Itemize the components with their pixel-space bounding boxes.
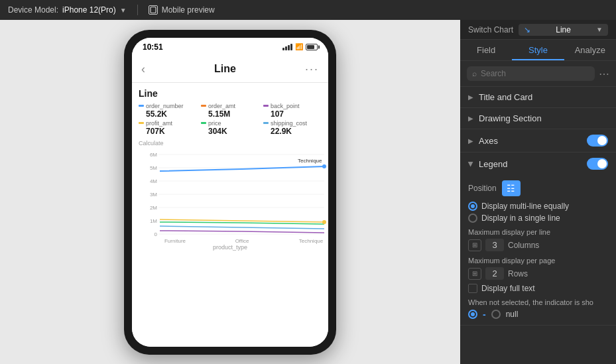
legend-settings: Position ☷ Display multi-line equally Di… (460, 175, 616, 326)
max-per-line-value[interactable]: 3 (485, 239, 504, 251)
legend-section-header[interactable]: ▶ Legend (460, 152, 616, 175)
mobile-icon (149, 5, 158, 15)
metrics-legend: order_number 55.2K order_amt 5.15M (139, 103, 322, 136)
divider (137, 5, 138, 15)
indicator-dash: - (483, 309, 486, 320)
svg-text:5M: 5M (150, 165, 157, 171)
chart-type-chevron: ▼ (596, 26, 603, 33)
status-icons: 📶 (282, 43, 318, 50)
max-per-line-unit: Columns (508, 241, 539, 250)
max-per-page-icon: ⊞ (468, 268, 481, 280)
line-chart: 6M 5M 4M 3M 2M 1M 0 (139, 148, 322, 241)
top-bar: Device Model: iPhone 12(Pro) ▼ Mobile pr… (0, 0, 616, 20)
max-per-line-label: Maximum display per line (468, 228, 608, 236)
phone-status-bar: 10:51 📶 (132, 38, 328, 56)
svg-text:4M: 4M (150, 178, 157, 184)
display-full-text-checkbox[interactable] (468, 284, 477, 293)
legend-chevron: ▶ (467, 161, 475, 166)
svg-text:Furniture: Furniture (164, 238, 186, 244)
search-box[interactable]: ⌕ (467, 66, 595, 81)
search-row: ⌕ ⋯ (460, 61, 616, 87)
title-card-label: Title and Card (479, 92, 608, 102)
device-chevron-icon[interactable]: ▼ (120, 7, 127, 14)
search-icon: ⌕ (472, 69, 477, 78)
signal-icon (282, 44, 292, 50)
metric-order-amt: order_amt 5.15M (201, 103, 259, 119)
position-button[interactable]: ☷ (502, 180, 521, 196)
status-time: 10:51 (143, 42, 163, 52)
indicator-null-radio[interactable] (491, 310, 501, 319)
mobile-preview-section[interactable]: Mobile preview (149, 5, 215, 15)
main-content: 10:51 📶 (0, 20, 616, 364)
wifi-icon: 📶 (295, 43, 303, 50)
radio-single-line-button[interactable] (468, 213, 477, 223)
tab-style[interactable]: Style (512, 40, 564, 60)
chart-type-value: Line (556, 25, 571, 34)
radio-multi-line[interactable]: Display multi-line equally (468, 202, 608, 211)
axes-toggle[interactable] (587, 135, 608, 147)
max-per-page-control: ⊞ 2 Rows (468, 267, 608, 280)
axes-chevron: ▶ (468, 137, 473, 145)
style-tabs: Field Style Analyze (460, 40, 616, 61)
tab-field[interactable]: Field (460, 40, 512, 60)
preview-area: 10:51 📶 (0, 20, 460, 364)
position-label: Position (468, 184, 497, 193)
metric-order-number: order_number 55.2K (139, 103, 197, 119)
svg-text:Technique: Technique (299, 238, 324, 244)
phone-chart-title: Line (214, 63, 236, 75)
radio-single-line-label: Display in a single line (481, 213, 560, 223)
axes-section[interactable]: ▶ Axes (460, 129, 616, 152)
phone-screen: 10:51 📶 (132, 38, 328, 347)
svg-text:1M: 1M (150, 218, 157, 224)
title-card-chevron: ▶ (468, 93, 473, 101)
max-per-page-value[interactable]: 2 (485, 267, 504, 280)
max-per-line-row: Maximum display per line ⊞ 3 Columns (468, 228, 608, 251)
drawing-section[interactable]: ▶ Drawing Section (460, 108, 616, 129)
max-per-page-unit: Rows (508, 269, 528, 278)
svg-text:Technique: Technique (298, 158, 322, 164)
search-more-icon[interactable]: ⋯ (599, 68, 609, 80)
legend-label: Legend (479, 159, 587, 169)
when-not-selected-label: When not selected, the indicator is sho (468, 298, 608, 306)
switch-chart-row: Switch Chart ↘ Line ▼ (460, 20, 616, 40)
position-icon: ☷ (507, 183, 515, 194)
indicator-row: - null (468, 309, 608, 320)
display-full-text-row[interactable]: Display full text (468, 284, 608, 293)
legend-toggle[interactable] (587, 158, 608, 170)
drawing-section-label: Drawing Section (479, 113, 608, 123)
search-input[interactable] (481, 69, 589, 78)
max-per-page-row: Maximum display per page ⊞ 2 Rows (468, 257, 608, 280)
chart-type-select[interactable]: ↘ Line ▼ (519, 24, 608, 36)
x-axis-label: product_type (139, 244, 322, 251)
display-full-text-label: Display full text (481, 284, 535, 293)
indicator-radio[interactable] (468, 310, 477, 319)
data-title: Line (139, 88, 322, 99)
title-card-section[interactable]: ▶ Title and Card (460, 87, 616, 108)
metric-profit-amt: profit_amt 707K (139, 120, 197, 136)
mobile-preview-label: Mobile preview (162, 5, 215, 15)
y-axis-label: Calculate (139, 140, 322, 147)
drawing-section-chevron: ▶ (468, 115, 473, 122)
svg-text:0: 0 (154, 231, 158, 237)
svg-point-17 (322, 220, 326, 224)
phone-mockup: 10:51 📶 (124, 30, 336, 355)
right-panel: Switch Chart ↘ Line ▼ Field Style Analyz… (460, 20, 616, 364)
position-row: Position ☷ (468, 180, 608, 196)
indicator-null-label: null (506, 310, 519, 319)
switch-chart-label: Switch Chart (468, 25, 513, 34)
svg-text:3M: 3M (150, 192, 157, 198)
device-model-label: Device Model: (8, 5, 58, 15)
back-button[interactable]: ‹ (141, 62, 145, 76)
more-options-button[interactable]: ··· (305, 62, 319, 76)
chart-container: Line order_number 55.2K o (132, 83, 328, 347)
metric-price: price 304K (201, 120, 259, 136)
tab-analyze[interactable]: Analyze (564, 40, 616, 60)
radio-multi-line-button[interactable] (468, 202, 477, 211)
phone-header: ‹ Line ··· (132, 56, 328, 83)
radio-multi-line-label: Display multi-line equally (481, 202, 569, 211)
max-per-page-label: Maximum display per page (468, 257, 608, 265)
radio-single-line[interactable]: Display in a single line (468, 213, 608, 223)
max-per-line-icon: ⊞ (468, 239, 481, 251)
svg-text:Office: Office (235, 238, 249, 244)
metric-back-point: back_point 107 (263, 103, 322, 119)
